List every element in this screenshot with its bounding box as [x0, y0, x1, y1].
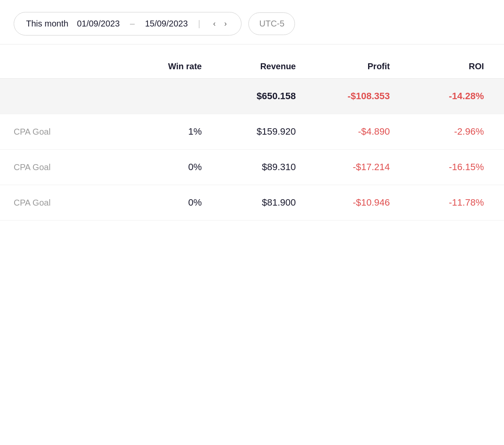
row-1-winrate: 1%	[108, 126, 202, 137]
row-1-profit: -$4.890	[296, 126, 390, 137]
table-row: CPA Goal 0% $81.900 -$10.946 -11.78%	[0, 185, 504, 221]
date-start: 01/09/2023	[77, 19, 120, 29]
row-1-name: CPA Goal	[14, 127, 108, 137]
row-3-winrate: 0%	[108, 197, 202, 208]
nav-arrows: ‹ ›	[210, 18, 229, 29]
summary-roi: -14.28%	[390, 91, 484, 102]
col-header-name	[14, 62, 108, 71]
date-separator: –	[128, 19, 136, 29]
col-header-revenue: Revenue	[202, 62, 296, 71]
row-2-roi: -16.15%	[390, 162, 484, 173]
timezone-pill[interactable]: UTC-5	[248, 12, 295, 35]
table-header: Win rate Revenue Profit ROI	[0, 62, 504, 79]
summary-profit: -$108.353	[296, 91, 390, 102]
date-range-pill[interactable]: This month 01/09/2023 – 15/09/2023 | ‹ ›	[14, 12, 242, 35]
row-3-roi: -11.78%	[390, 197, 484, 208]
row-3-revenue: $81.900	[202, 197, 296, 208]
summary-revenue: $650.158	[202, 91, 296, 102]
table-row: CPA Goal 1% $159.920 -$4.890 -2.96%	[0, 114, 504, 150]
col-header-roi: ROI	[390, 62, 484, 71]
row-1-roi: -2.96%	[390, 126, 484, 137]
prev-arrow[interactable]: ‹	[210, 18, 218, 29]
table-row: CPA Goal 0% $89.310 -$17.214 -16.15%	[0, 150, 504, 185]
row-2-name: CPA Goal	[14, 162, 108, 172]
row-2-profit: -$17.214	[296, 162, 390, 173]
col-header-profit: Profit	[296, 62, 390, 71]
data-table: Win rate Revenue Profit ROI $650.158 -$1…	[0, 62, 504, 221]
next-arrow[interactable]: ›	[221, 18, 229, 29]
col-header-winrate: Win rate	[108, 62, 202, 71]
spacer	[0, 44, 504, 62]
date-end: 15/09/2023	[145, 19, 188, 29]
row-2-revenue: $89.310	[202, 162, 296, 173]
timezone-label: UTC-5	[259, 19, 284, 29]
summary-row: $650.158 -$108.353 -14.28%	[0, 79, 504, 114]
period-label: This month	[26, 19, 68, 29]
row-3-name: CPA Goal	[14, 198, 108, 208]
row-3-profit: -$10.946	[296, 197, 390, 208]
top-bar: This month 01/09/2023 – 15/09/2023 | ‹ ›…	[0, 0, 504, 44]
row-2-winrate: 0%	[108, 162, 202, 173]
row-1-revenue: $159.920	[202, 126, 296, 137]
divider: |	[196, 19, 202, 29]
